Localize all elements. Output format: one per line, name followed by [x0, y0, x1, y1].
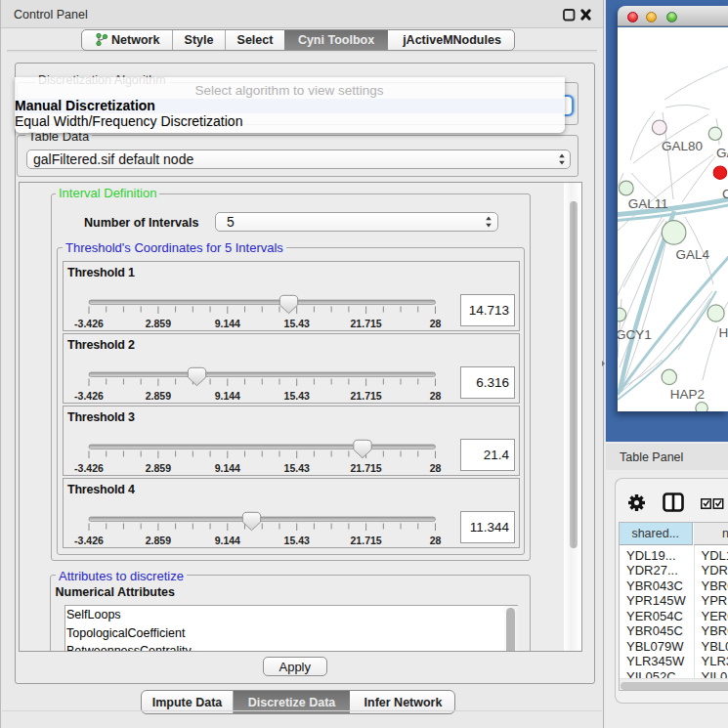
svg-text:28: 28	[429, 390, 441, 402]
svg-text:15.43: 15.43	[283, 462, 309, 474]
svg-text:CY: CY	[722, 187, 728, 201]
svg-text:GAL11: GAL11	[628, 196, 668, 211]
svg-text:28: 28	[429, 535, 441, 546]
svg-text:GCY1: GCY1	[618, 327, 652, 342]
svg-text:-3.426: -3.426	[74, 535, 104, 546]
svg-text:2.859: 2.859	[145, 318, 170, 329]
svg-text:HA: HA	[719, 325, 728, 340]
svg-text:28: 28	[429, 318, 441, 329]
svg-text:15.43: 15.43	[283, 535, 309, 546]
svg-text:2.859: 2.859	[145, 390, 170, 402]
svg-text:15.43: 15.43	[283, 390, 309, 402]
svg-text:21.715: 21.715	[350, 535, 381, 546]
svg-text:9.144: 9.144	[214, 462, 239, 474]
svg-text:GAL4: GAL4	[676, 247, 710, 262]
svg-text:9.144: 9.144	[214, 318, 239, 329]
svg-text:21.715: 21.715	[350, 318, 381, 329]
svg-text:9.144: 9.144	[214, 535, 239, 546]
svg-text:9.144: 9.144	[214, 390, 239, 402]
svg-text:2.859: 2.859	[145, 535, 170, 546]
svg-text:21.715: 21.715	[350, 390, 381, 402]
svg-text:GA: GA	[716, 146, 728, 160]
svg-text:28: 28	[429, 462, 441, 474]
svg-text:-3.426: -3.426	[74, 390, 104, 402]
svg-text:GAL80: GAL80	[662, 139, 703, 153]
svg-text:-3.426: -3.426	[74, 462, 104, 474]
svg-text:-3.426: -3.426	[74, 318, 104, 329]
svg-text:2.859: 2.859	[145, 462, 170, 474]
svg-text:15.43: 15.43	[283, 318, 309, 329]
svg-text:HAP2: HAP2	[670, 387, 705, 402]
svg-text:21.715: 21.715	[350, 462, 381, 474]
